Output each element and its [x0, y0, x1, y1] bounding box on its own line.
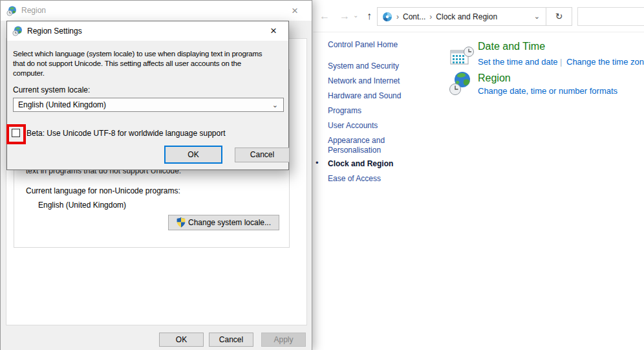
recent-pages-chevron-icon[interactable]: ⌄ — [353, 12, 358, 19]
region-globe-icon — [6, 6, 17, 16]
region-title[interactable]: Region — [478, 72, 511, 84]
back-arrow-icon[interactable]: ← — [316, 8, 333, 24]
settings-cancel-button[interactable]: Cancel — [235, 148, 290, 162]
description-line: that do not support Unicode. This settin… — [13, 59, 262, 69]
sidebar-item-system-and-security[interactable]: System and Security — [328, 61, 425, 71]
region-ok-button[interactable]: OK — [159, 333, 204, 347]
date-and-time-icon[interactable] — [450, 46, 475, 68]
current-language-value: English (United Kingdom) — [38, 201, 126, 210]
sidebar-item-programs[interactable]: Programs — [328, 106, 425, 116]
dropdown-chevron-icon: ⌄ — [272, 98, 278, 111]
region-cancel-button[interactable]: Cancel — [209, 333, 253, 347]
breadcrumb-separator-icon: › — [429, 12, 432, 21]
date-and-time-title[interactable]: Date and Time — [478, 41, 545, 52]
sidebar-item-control-panel-home[interactable]: Control Panel Home — [328, 40, 425, 50]
sidebar-item-clock-and-region[interactable]: Clock and Region — [328, 159, 425, 169]
system-locale-selected-value: English (United Kingdom) — [18, 100, 106, 109]
region-settings-description: Select which language (system locale) to… — [13, 49, 262, 78]
change-time-zone-link[interactable]: Change the time zone — [566, 57, 644, 67]
region-window-titlebar[interactable]: Region × — [1, 1, 312, 21]
system-locale-dropdown[interactable]: English (United Kingdom) ⌄ — [13, 98, 284, 112]
region-window-close-icon[interactable]: × — [282, 2, 308, 19]
region-settings-close-icon[interactable]: × — [262, 23, 285, 39]
region-settings-dialog: Region Settings × Select which language … — [6, 21, 289, 170]
region-settings-globe-icon — [12, 26, 23, 36]
breadcrumb-separator-icon: › — [396, 12, 399, 21]
links-divider: | — [560, 57, 562, 67]
breadcrumb-current-crumb[interactable]: Clock and Region — [436, 12, 497, 21]
sidebar-item-ease-of-access[interactable]: Ease of Access — [328, 174, 425, 184]
region-apply-button: Apply — [261, 333, 306, 347]
breadcrumb[interactable]: › Cont... › Clock and Region ⌄ — [377, 7, 546, 26]
refresh-button[interactable]: ↻ — [546, 7, 572, 26]
forward-arrow-icon[interactable]: → — [336, 8, 353, 24]
region-settings-title: Region Settings — [27, 21, 82, 41]
uac-shield-icon — [177, 217, 186, 228]
control-panel-icon — [382, 12, 392, 22]
breadcrumb-collapsed-crumb[interactable]: Cont... — [403, 12, 425, 21]
current-system-locale-label: Current system locale: — [13, 85, 90, 94]
up-arrow-icon[interactable]: ↑ — [361, 8, 378, 24]
change-system-locale-button[interactable]: Change system locale... — [168, 215, 279, 230]
change-system-locale-label: Change system locale... — [188, 218, 271, 227]
search-box[interactable] — [577, 7, 644, 26]
active-item-bullet: • — [316, 158, 319, 168]
region-window-title: Region — [21, 1, 46, 21]
breadcrumb-dropdown-chevron-icon[interactable]: ⌄ — [534, 12, 540, 21]
description-line: Select which language (system locale) to… — [13, 49, 262, 59]
region-icon[interactable] — [449, 71, 473, 96]
sidebar-item-appearance-and-personalisation[interactable]: Appearance and Personalisation — [328, 136, 425, 155]
set-time-and-date-link[interactable]: Set the time and date — [478, 57, 558, 67]
beta-utf8-checkbox-label[interactable]: Beta: Use Unicode UTF-8 for worldwide la… — [27, 129, 226, 138]
region-settings-titlebar[interactable]: Region Settings × — [7, 21, 288, 41]
search-input[interactable] — [578, 8, 644, 25]
sidebar-item-hardware-and-sound[interactable]: Hardware and Sound — [328, 91, 425, 101]
sidebar-item-user-accounts[interactable]: User Accounts — [328, 121, 425, 131]
change-formats-link[interactable]: Change date, time or number formats — [478, 86, 617, 96]
current-language-label: Current language for non-Unicode program… — [26, 186, 180, 195]
settings-ok-button[interactable]: OK — [164, 146, 222, 164]
refresh-icon: ↻ — [555, 11, 563, 21]
red-highlight-box — [6, 124, 26, 144]
description-line: computer. — [13, 69, 262, 78]
sidebar-item-network-and-internet[interactable]: Network and Internet — [328, 76, 425, 86]
